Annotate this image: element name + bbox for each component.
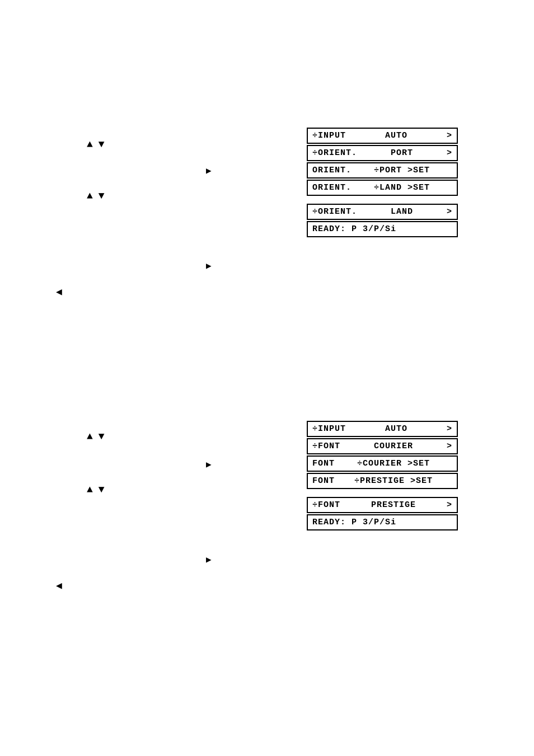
section1-lcd-row-0: ÷INPUT AUTO > bbox=[307, 128, 458, 144]
section2-lcd-row-5: READY: P 3/P/Si bbox=[307, 514, 458, 530]
section1-lcd-row-1-right: > bbox=[447, 148, 452, 158]
section2-lcd-row-1-mid: COURIER bbox=[374, 442, 413, 451]
section1-lcd-row-4-left: ÷ORIENT. bbox=[312, 207, 357, 217]
section1-left-arrow: ◀ bbox=[56, 285, 62, 298]
section1-lcd-row-4-mid: LAND bbox=[391, 207, 413, 217]
section2-right-arrow-2: ▶ bbox=[206, 554, 212, 565]
section1-lcd-row-4-right: > bbox=[447, 207, 452, 217]
section1-down-arrow-2: ▼ bbox=[99, 190, 105, 203]
section2-down-arrow-2: ▼ bbox=[99, 484, 105, 496]
section1-lcd-row-1-mid: PORT bbox=[391, 148, 413, 158]
section1-right-arrow-1: ▶ bbox=[206, 165, 212, 176]
section2-down-arrow-1: ▼ bbox=[99, 431, 105, 443]
section1-lcd-row-1-left: ÷ORIENT. bbox=[312, 148, 357, 158]
section1-up-arrow-1: ▲ bbox=[87, 139, 93, 151]
section2-lcd-row-3-left: FONT bbox=[312, 476, 335, 486]
section1-lcd-row-3-left: ORIENT. bbox=[312, 183, 352, 192]
section1-lcd-row-0-right: > bbox=[447, 131, 452, 140]
section1-lcd-row-2: ORIENT. ÷PORT >SET bbox=[307, 162, 458, 179]
section2-lcd-row-0-right: > bbox=[447, 424, 452, 434]
section1-lcd-row-1: ÷ORIENT. PORT > bbox=[307, 145, 458, 161]
section1-up-arrow-2: ▲ bbox=[87, 190, 93, 203]
section2-lcd-row-4-right: > bbox=[447, 500, 452, 510]
section2-lcd-row-0-mid: AUTO bbox=[385, 424, 407, 434]
section2-left-arrow: ◀ bbox=[56, 579, 62, 591]
section1-lcd-row-0-mid: AUTO bbox=[385, 131, 407, 140]
section2-up-arrow-1: ▲ bbox=[87, 431, 93, 443]
section1-arrow-pair-1: ▲ ▼ bbox=[87, 139, 105, 151]
section1-lcd-row-5: READY: P 3/P/Si bbox=[307, 221, 458, 237]
section2-lcd-row-4: ÷FONT PRESTIGE > bbox=[307, 497, 458, 513]
section2-lcd-row-3-mid: ÷PRESTIGE >SET bbox=[354, 476, 433, 486]
section1-lcd-row-2-mid: ÷PORT >SET bbox=[374, 166, 430, 175]
section2-lcd-row-2-left: FONT bbox=[312, 459, 335, 468]
section2-lcd-row-5-left: READY: P 3/P/Si bbox=[312, 518, 396, 527]
section2-right-arrow-1: ▶ bbox=[206, 459, 212, 470]
section2-arrow-pair-2: ▲ ▼ bbox=[87, 484, 105, 496]
section2-lcd-row-4-left: ÷FONT bbox=[312, 500, 340, 510]
section1-lcd-panel: ÷INPUT AUTO > ÷ORIENT. PORT > ORIENT. ÷P… bbox=[307, 128, 458, 237]
section2-up-arrow-2: ▲ bbox=[87, 484, 93, 496]
section1-down-arrow-1: ▼ bbox=[99, 139, 105, 151]
section2-lcd-row-0: ÷INPUT AUTO > bbox=[307, 421, 458, 437]
section1-lcd-row-0-left: ÷INPUT bbox=[312, 131, 346, 140]
section1-lcd-row-2-left: ORIENT. bbox=[312, 166, 352, 175]
section2-lcd-panel: ÷INPUT AUTO > ÷FONT COURIER > FONT ÷COUR… bbox=[307, 421, 458, 530]
section2-lcd-row-1-right: > bbox=[447, 442, 452, 451]
section2-lcd-row-1-left: ÷FONT bbox=[312, 442, 340, 451]
section2-arrow-pair-1: ▲ ▼ bbox=[87, 431, 105, 443]
section2-lcd-row-3: FONT ÷PRESTIGE >SET bbox=[307, 473, 458, 489]
section1-lcd-row-3-mid: ÷LAND >SET bbox=[374, 183, 430, 192]
section1-right-arrow-2: ▶ bbox=[206, 260, 212, 271]
section1-lcd-row-5-left: READY: P 3/P/Si bbox=[312, 224, 396, 234]
section2-lcd-row-0-left: ÷INPUT bbox=[312, 424, 346, 434]
section1-lcd-row-4: ÷ORIENT. LAND > bbox=[307, 204, 458, 220]
section2-lcd-row-1: ÷FONT COURIER > bbox=[307, 438, 458, 454]
section2-lcd-row-2: FONT ÷COURIER >SET bbox=[307, 456, 458, 472]
section1-arrow-pair-2: ▲ ▼ bbox=[87, 190, 105, 203]
section2-lcd-row-2-mid: ÷COURIER >SET bbox=[357, 459, 430, 468]
section1-lcd-row-3: ORIENT. ÷LAND >SET bbox=[307, 180, 458, 196]
section2-lcd-row-4-mid: PRESTIGE bbox=[371, 500, 416, 510]
